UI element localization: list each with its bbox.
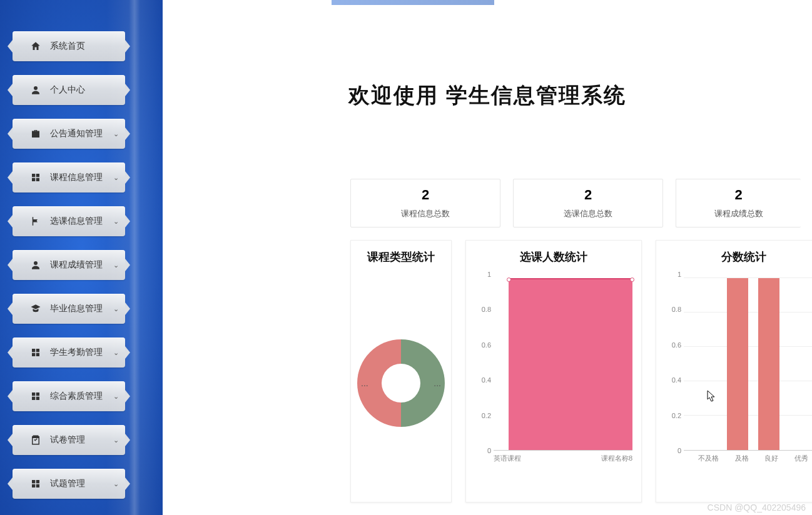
stat-value: 2 bbox=[734, 187, 742, 203]
nav-grade[interactable]: 课程成绩管理 ⌄ bbox=[13, 250, 125, 280]
stat-label: 课程成绩总数 bbox=[714, 208, 763, 219]
nav-label: 试题管理 bbox=[50, 478, 113, 489]
bar-pass bbox=[727, 278, 748, 450]
bar-chart: 0 0.2 0.4 0.6 0.8 1 bbox=[662, 274, 812, 462]
nav-attendance[interactable]: 学生考勤管理 ⌄ bbox=[13, 338, 125, 368]
svg-rect-7 bbox=[36, 349, 39, 352]
chevron-down-icon: ⌄ bbox=[113, 480, 119, 488]
chevron-down-icon: ⌄ bbox=[113, 130, 119, 138]
nav-profile[interactable]: 个人中心 bbox=[13, 75, 125, 105]
svg-rect-2 bbox=[36, 174, 39, 177]
svg-rect-17 bbox=[36, 484, 39, 488]
y-axis: 0 0.2 0.4 0.6 0.8 1 bbox=[472, 274, 491, 451]
svg-rect-10 bbox=[32, 392, 35, 396]
grid-icon bbox=[30, 172, 41, 183]
chart-title: 分数统计 bbox=[662, 249, 812, 264]
bars bbox=[690, 278, 812, 450]
svg-point-5 bbox=[34, 261, 38, 265]
stat-card-course-select[interactable]: 2 选课信息总数 bbox=[513, 179, 663, 228]
stat-row: 2 课程信息总数 2 选课信息总数 2 课程成绩总数 bbox=[350, 179, 812, 228]
svg-rect-11 bbox=[36, 392, 39, 396]
nav-course-select[interactable]: 选课信息管理 ⌄ bbox=[13, 206, 125, 236]
nav-label: 学生考勤管理 bbox=[50, 347, 113, 358]
clipboard-icon bbox=[30, 434, 41, 446]
svg-rect-8 bbox=[32, 353, 35, 356]
data-point bbox=[630, 278, 634, 282]
x-tick: 及格 bbox=[735, 454, 749, 463]
svg-rect-16 bbox=[32, 484, 35, 488]
chart-row: 课程类型统计 ... ... 选课人数统计 0 0.2 0.4 0.6 0.8 … bbox=[350, 240, 812, 502]
x-tick: 良好 bbox=[764, 454, 778, 463]
nav-label: 系统首页 bbox=[50, 41, 125, 52]
x-tick: 课程名称8 bbox=[601, 454, 632, 463]
nav-question[interactable]: 试题管理 ⌄ bbox=[13, 469, 125, 499]
chevron-down-icon: ⌄ bbox=[113, 305, 119, 313]
person-icon bbox=[30, 84, 41, 96]
nav-exam-paper[interactable]: 试卷管理 ⌄ bbox=[13, 425, 125, 455]
svg-point-0 bbox=[34, 86, 38, 90]
briefcase-icon bbox=[30, 128, 41, 139]
main-content: 欢迎使用 学生信息管理系统 2 课程信息总数 2 选课信息总数 2 课程成绩总数… bbox=[163, 0, 812, 515]
stat-label: 课程信息总数 bbox=[401, 208, 450, 219]
nav-label: 公告通知管理 bbox=[50, 128, 113, 139]
x-tick: 英语课程 bbox=[494, 454, 521, 463]
bar-good bbox=[758, 278, 779, 450]
y-axis: 0 0.2 0.4 0.6 0.8 1 bbox=[662, 274, 681, 451]
chart-title: 选课人数统计 bbox=[472, 249, 635, 264]
chart-title: 课程类型统计 bbox=[357, 249, 445, 264]
nav-home[interactable]: 系统首页 bbox=[13, 31, 125, 61]
plot-area bbox=[494, 278, 632, 451]
nav-label: 综合素质管理 bbox=[50, 391, 113, 402]
chevron-down-icon: ⌄ bbox=[113, 392, 119, 401]
chart-card-score: 分数统计 0 0.2 0.4 0.6 0.8 1 bbox=[656, 240, 812, 502]
area-chart: 0 0.2 0.4 0.6 0.8 1 英语课程 课程名称8 bbox=[472, 274, 635, 462]
nav-quality[interactable]: 综合素质管理 ⌄ bbox=[13, 381, 125, 411]
area-line bbox=[509, 278, 632, 279]
grid-icon bbox=[30, 391, 41, 402]
svg-rect-13 bbox=[36, 397, 39, 400]
flag-icon bbox=[30, 216, 41, 227]
donut-ring bbox=[357, 339, 445, 427]
donut-chart: ... ... bbox=[357, 339, 445, 427]
chart-card-course-type: 课程类型统计 ... ... bbox=[350, 240, 452, 502]
welcome-heading: 欢迎使用 学生信息管理系统 bbox=[163, 81, 812, 110]
cap-icon bbox=[30, 303, 41, 314]
nav-graduation[interactable]: 毕业信息管理 ⌄ bbox=[13, 294, 125, 324]
chevron-down-icon: ⌄ bbox=[113, 349, 119, 357]
nav-course-info[interactable]: 课程信息管理 ⌄ bbox=[13, 162, 125, 192]
watermark: CSDN @QQ_402205496 bbox=[708, 502, 806, 512]
chevron-down-icon: ⌄ bbox=[113, 436, 119, 444]
chevron-down-icon: ⌄ bbox=[113, 174, 119, 182]
svg-rect-15 bbox=[36, 480, 39, 483]
nav-label: 试卷管理 bbox=[50, 434, 113, 446]
stat-card-grade[interactable]: 2 课程成绩总数 bbox=[676, 179, 801, 228]
donut-label-left: ... bbox=[361, 378, 368, 388]
stat-label: 选课信息总数 bbox=[564, 208, 612, 219]
chevron-down-icon: ⌄ bbox=[113, 261, 119, 269]
grid-icon bbox=[30, 478, 41, 489]
nav-label: 课程信息管理 bbox=[50, 172, 113, 183]
svg-rect-4 bbox=[36, 178, 39, 181]
x-tick: 优秀 bbox=[794, 454, 808, 463]
home-icon bbox=[30, 41, 41, 52]
svg-rect-14 bbox=[32, 480, 35, 483]
person-icon bbox=[30, 259, 41, 271]
svg-rect-6 bbox=[32, 349, 35, 352]
stat-card-course-info[interactable]: 2 课程信息总数 bbox=[350, 179, 500, 228]
chart-card-enrollment: 选课人数统计 0 0.2 0.4 0.6 0.8 1 bbox=[465, 240, 642, 502]
grid-icon bbox=[30, 347, 41, 358]
x-tick: 不及格 bbox=[698, 454, 719, 463]
svg-rect-9 bbox=[36, 353, 39, 356]
area-fill bbox=[509, 278, 632, 450]
nav-label: 个人中心 bbox=[50, 84, 125, 96]
x-axis: 不及格 及格 良好 优秀 bbox=[690, 454, 812, 463]
nav-announcement[interactable]: 公告通知管理 ⌄ bbox=[13, 119, 125, 149]
sidebar: 系统首页 个人中心 公告通知管理 ⌄ 课程信息管理 ⌄ 选课信息管理 ⌄ 课程成… bbox=[0, 0, 163, 515]
svg-rect-3 bbox=[32, 178, 35, 181]
plot-area bbox=[684, 278, 812, 451]
nav-label: 选课信息管理 bbox=[50, 216, 113, 227]
chevron-down-icon: ⌄ bbox=[113, 218, 119, 226]
svg-rect-12 bbox=[32, 397, 35, 400]
nav-label: 课程成绩管理 bbox=[50, 259, 113, 271]
x-axis: 英语课程 课程名称8 bbox=[494, 454, 632, 463]
